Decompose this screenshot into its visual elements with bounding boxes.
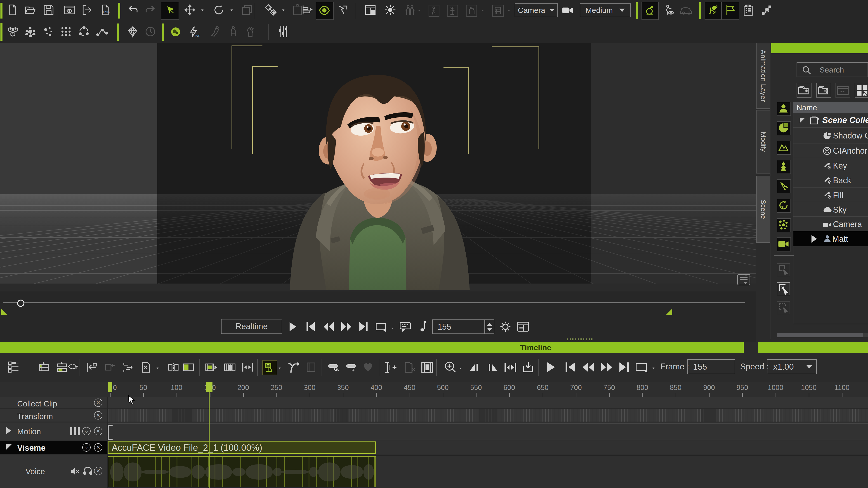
svg-text:LIVE: LIVE bbox=[194, 34, 200, 37]
svg-text:USD: USD bbox=[103, 10, 110, 14]
